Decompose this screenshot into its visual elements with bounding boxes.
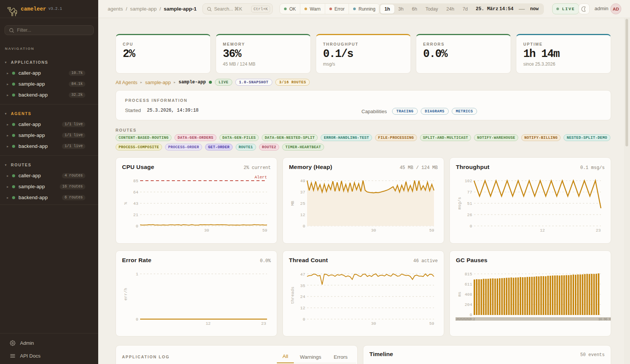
svg-text:25: 25 [300, 201, 305, 206]
svg-text:0: 0 [469, 224, 472, 229]
svg-text:77: 77 [467, 190, 472, 195]
svg-text:24: 24 [300, 295, 306, 299]
svg-text:64: 64 [133, 190, 139, 195]
svg-text:0: 0 [303, 224, 305, 229]
svg-text:30: 30 [371, 321, 376, 326]
svg-text:408: 408 [465, 292, 472, 297]
svg-text:16:06:0: 16:06:0 [598, 318, 611, 321]
svg-text:12: 12 [205, 321, 210, 326]
svg-text:12: 12 [300, 306, 305, 310]
svg-text:1: 1 [136, 272, 138, 276]
svg-text:30: 30 [371, 228, 376, 233]
svg-text:43: 43 [133, 201, 138, 206]
svg-text:23: 23 [596, 228, 601, 233]
svg-text:21: 21 [133, 213, 139, 217]
svg-text:49: 49 [300, 179, 305, 183]
svg-text:MB: MB [290, 201, 295, 206]
svg-text:35: 35 [300, 284, 305, 288]
svg-text:30: 30 [204, 228, 209, 233]
svg-text:102: 102 [465, 179, 472, 183]
svg-text:%: % [124, 202, 128, 204]
svg-text:0: 0 [303, 317, 305, 322]
svg-text:0: 0 [136, 317, 138, 322]
svg-text:59: 59 [429, 228, 434, 233]
svg-text:204: 204 [465, 303, 472, 307]
svg-text:26: 26 [467, 213, 472, 217]
svg-text:815: 815 [465, 272, 472, 276]
svg-text:37: 37 [300, 190, 305, 195]
svg-text:0: 0 [469, 313, 472, 317]
svg-text:47: 47 [300, 272, 305, 277]
svg-text:err/h: err/h [124, 288, 128, 300]
svg-text:611: 611 [465, 282, 472, 287]
svg-text:2020202020:2: 2020202020:2 [456, 318, 475, 321]
svg-text:0: 0 [136, 224, 138, 229]
svg-text:threads: threads [290, 287, 295, 304]
svg-text:51: 51 [467, 201, 472, 206]
svg-text:12: 12 [540, 228, 545, 233]
svg-text:12: 12 [300, 213, 305, 217]
svg-text:msg/s: msg/s [457, 197, 462, 209]
svg-text:Alert: Alert [255, 175, 267, 180]
svg-text:23: 23 [261, 321, 266, 326]
svg-text:59: 59 [429, 321, 434, 326]
svg-text:85: 85 [133, 179, 138, 183]
svg-text:59: 59 [262, 228, 267, 233]
svg-text:ms: ms [457, 292, 462, 296]
